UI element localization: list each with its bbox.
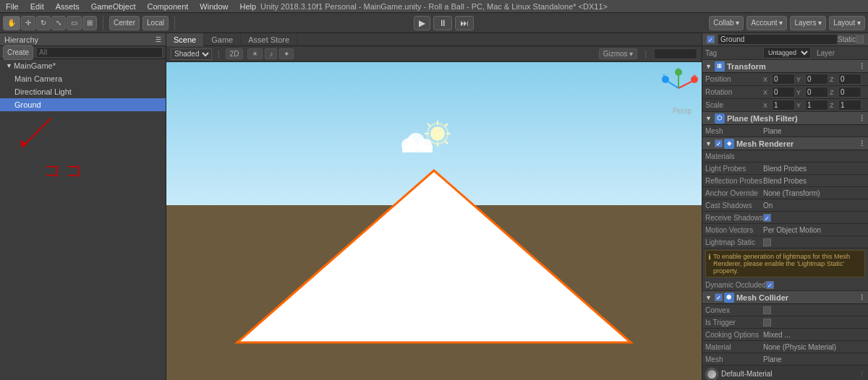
- position-xyz: X Y Z: [763, 74, 865, 85]
- material-options[interactable]: ⋮: [859, 371, 865, 378]
- svg-line-13: [445, 124, 448, 126]
- static-checkbox[interactable]: [856, 35, 864, 43]
- do-checkbox[interactable]: [766, 281, 774, 289]
- menu-window[interactable]: Window: [194, 2, 234, 11]
- tag-layer-row: Tag Untagged Layer Default: [702, 46, 868, 60]
- materials-row: Materials: [702, 150, 868, 163]
- mc-options[interactable]: ⋮: [859, 294, 865, 301]
- transform-options[interactable]: ⋮: [859, 63, 865, 70]
- scale-y[interactable]: [805, 100, 828, 111]
- rot-y[interactable]: [805, 87, 828, 98]
- ao-label: Anchor Override: [705, 189, 763, 197]
- multi-tool[interactable]: ⊞: [82, 16, 97, 30]
- svg-marker-4: [237, 170, 631, 342]
- rot-x[interactable]: [772, 87, 795, 98]
- mesh-collider-section[interactable]: ▼ ⬢ Mesh Collider ⋮: [702, 291, 868, 304]
- scale-z[interactable]: [838, 100, 861, 111]
- space-btn[interactable]: Local: [142, 16, 169, 30]
- menu-edit[interactable]: Edit: [25, 2, 50, 11]
- transform-arrow: ▼: [705, 63, 712, 70]
- scene-search[interactable]: [654, 48, 697, 59]
- step-button[interactable]: ⏭: [455, 16, 474, 30]
- layout-btn[interactable]: Layout ▾: [829, 16, 865, 30]
- view-tabs: Scene Game Asset Store: [166, 33, 702, 46]
- pos-z[interactable]: [838, 74, 861, 85]
- collab-btn[interactable]: Collab ▾: [709, 16, 744, 30]
- hierarchy-item-camera[interactable]: Main Camera: [0, 72, 166, 85]
- active-checkbox[interactable]: [707, 35, 715, 43]
- svg-text:Z: Z: [662, 73, 665, 79]
- gizmos-btn[interactable]: Gizmos ▾: [599, 48, 638, 59]
- mesh-renderer-section[interactable]: ▼ ◈ Mesh Renderer ⋮: [702, 137, 868, 150]
- main-layout: Hierarchy ☰ Create ▼ MainGame* Main Came…: [0, 33, 868, 380]
- scene-gizmo[interactable]: Y X Z: [658, 68, 694, 104]
- mc-enabled[interactable]: [715, 293, 723, 301]
- hierarchy-menu[interactable]: ☰: [156, 36, 161, 43]
- move-tool[interactable]: ✛: [21, 16, 35, 30]
- pivot-btn[interactable]: Center: [109, 16, 140, 30]
- menu-bar: Unity 2018.3.10f1 Personal - MainGame.un…: [0, 0, 868, 13]
- material-name: Default-Material: [721, 370, 773, 378]
- game-object-name[interactable]: [718, 34, 838, 45]
- hierarchy-item-ground[interactable]: Ground: [0, 98, 166, 111]
- menu-file[interactable]: File: [0, 2, 25, 11]
- hierarchy-item-maingame[interactable]: ▼ MainGame*: [0, 59, 166, 72]
- anchor-override-row: Anchor Override None (Transform): [702, 187, 868, 199]
- tab-scene[interactable]: Scene: [166, 33, 204, 46]
- inspector-header: Static: [702, 33, 868, 46]
- audio-btn[interactable]: ♪: [265, 48, 277, 59]
- persp-label[interactable]: Persp: [673, 107, 692, 115]
- hierarchy-header: Hierarchy ☰: [0, 33, 166, 46]
- layers-btn[interactable]: Layers ▾: [790, 16, 826, 30]
- rotate-tool[interactable]: ↻: [36, 16, 51, 30]
- toolbar: ✋ ✛ ↻ ⤡ ▭ ⊞ Center Local ▶ ⏸ ⏭ Collab ▾ …: [0, 13, 868, 33]
- convex-checkbox[interactable]: [763, 306, 771, 314]
- pos-y[interactable]: [805, 74, 828, 85]
- scale-tool[interactable]: ⤡: [51, 16, 66, 30]
- mc-title: Mesh Collider: [736, 293, 788, 302]
- it-checkbox[interactable]: [763, 319, 771, 327]
- 2d-btn[interactable]: 2D: [226, 48, 244, 59]
- mf-options[interactable]: ⋮: [859, 115, 865, 122]
- co-label: Cooking Options: [705, 331, 763, 339]
- tab-asset-store[interactable]: Asset Store: [241, 33, 297, 46]
- mr-options[interactable]: ⋮: [859, 140, 865, 147]
- mr-enabled[interactable]: [715, 139, 723, 147]
- tag-dropdown[interactable]: Untagged: [763, 47, 811, 59]
- shading-dropdown[interactable]: Shaded: [171, 48, 212, 60]
- pos-x[interactable]: [772, 74, 795, 85]
- hand-tool[interactable]: ✋: [3, 16, 20, 30]
- material-sphere: [705, 368, 718, 381]
- rot-z[interactable]: [838, 87, 861, 98]
- cm-value: Plane: [763, 355, 782, 363]
- rs-label: Receive Shadows: [705, 214, 763, 222]
- ls-label: Lightmap Static: [705, 238, 763, 246]
- ls-checkbox[interactable]: [763, 238, 771, 246]
- account-btn[interactable]: Account ▾: [746, 16, 787, 30]
- lighting-btn[interactable]: ☀: [247, 48, 263, 59]
- lightmap-static-row: Lightmap Static: [702, 236, 868, 249]
- create-btn[interactable]: Create: [3, 46, 33, 60]
- menu-assets[interactable]: Assets: [50, 2, 85, 11]
- cloud: [398, 131, 434, 154]
- tab-game[interactable]: Game: [204, 33, 241, 46]
- transform-title: Transform: [727, 62, 766, 71]
- menu-component[interactable]: Component: [141, 2, 194, 11]
- rotation-row: Rotation X Y Z: [702, 86, 868, 99]
- hierarchy-search[interactable]: [36, 47, 163, 58]
- hierarchy-item-label: Directional Light: [14, 87, 72, 96]
- scene-view[interactable]: Y X Z Persp: [166, 62, 702, 380]
- cooking-options-row: Cooking Options Mixed ...: [702, 329, 868, 341]
- menu-gameobject[interactable]: GameObject: [85, 2, 142, 11]
- play-button[interactable]: ▶: [414, 16, 430, 30]
- menu-help[interactable]: Help: [234, 2, 262, 11]
- rs-checkbox[interactable]: [763, 214, 771, 222]
- rect-tool[interactable]: ▭: [67, 16, 82, 30]
- transform-section[interactable]: ▼ ⊞ Transform ⋮: [702, 60, 868, 73]
- convex-row: Convex: [702, 304, 868, 316]
- mesh-filter-section[interactable]: ▼ ⬡ Plane (Mesh Filter) ⋮: [702, 112, 868, 125]
- pause-button[interactable]: ⏸: [433, 16, 452, 30]
- hierarchy-item-light[interactable]: Directional Light: [0, 85, 166, 98]
- scale-x[interactable]: [772, 100, 795, 111]
- effects-btn[interactable]: ✦: [279, 48, 294, 59]
